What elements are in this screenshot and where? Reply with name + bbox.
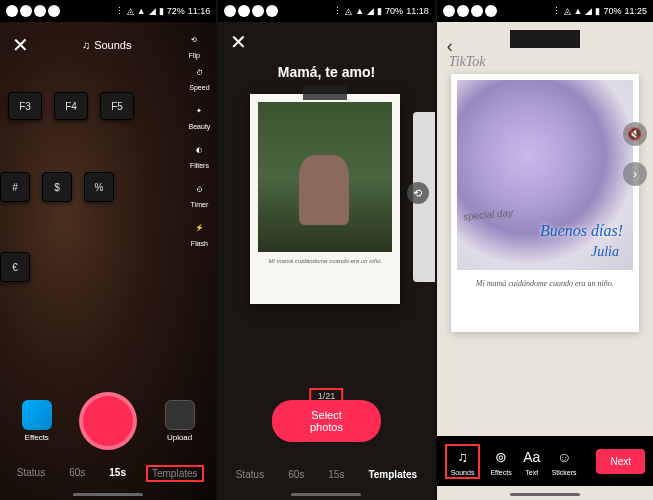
editor-canvas: TikTok ‹ special day Buenos días! Julia … (437, 22, 653, 500)
volume-icon[interactable]: 🔇 (623, 122, 647, 146)
tool-label: Effects (490, 469, 511, 476)
tiktok-watermark: TikTok (449, 54, 486, 70)
clock: 11:18 (406, 6, 429, 16)
select-photos-button[interactable]: Select photos (272, 400, 380, 442)
flip-button[interactable]: ⟲Flip (184, 30, 204, 59)
photo-card[interactable]: special day Buenos días! Julia Mi mamá c… (451, 74, 639, 332)
beauty-button[interactable]: ✦Beauty (189, 101, 211, 130)
photo-overlay-greeting: Buenos días! (540, 222, 623, 240)
home-indicator[interactable] (73, 493, 143, 496)
mode-60s[interactable]: 60s (284, 467, 308, 482)
phone-screen-camera: ⋮ ◬ ▲ ◢ ▮ 72% 11:16 F3 F4 F5 # $ % € ✕ ♫… (0, 0, 216, 500)
status-bar: ⋮ ◬ ▲ ◢ ▮ 70% 11:25 (437, 0, 653, 22)
keyboard-key: F4 (54, 92, 88, 120)
template-photo (258, 102, 392, 252)
sounds-tool[interactable]: ♫Sounds (445, 444, 481, 479)
phone-screen-template: ⋮ ◬ ▲ ◢ ▮ 70% 11:18 ✕ Mamá, te amo! Mi m… (218, 0, 434, 500)
beauty-icon: ✦ (189, 101, 209, 121)
photo-caption: Mi mamá cuidándome cuando era un niño. (457, 278, 633, 289)
add-sound-button[interactable]: ♫Sounds (29, 39, 184, 51)
text-tool[interactable]: AaText (522, 447, 542, 476)
effects-label: Effects (25, 433, 49, 442)
effects-tool[interactable]: ⊚Effects (490, 447, 511, 476)
effects-icon (22, 400, 52, 430)
mode-15s[interactable]: 15s (105, 465, 130, 482)
upload-label: Upload (167, 433, 192, 442)
upload-button[interactable]: Upload (165, 400, 195, 442)
right-toolbar: ⏱Speed ✦Beauty ◐Filters ⏲Timer ⚡Flash (189, 62, 211, 247)
stickers-icon: ☺ (554, 447, 574, 467)
mode-selector: Status 60s 15s Templates (0, 465, 216, 482)
status-left (224, 5, 278, 17)
flash-button[interactable]: ⚡Flash (189, 218, 209, 247)
no-sim-icon: ◬ (564, 6, 571, 16)
signal-icon: ◢ (585, 6, 592, 16)
next-button[interactable]: Next (596, 449, 645, 474)
upload-icon (165, 400, 195, 430)
keyboard-key: $ (42, 172, 72, 202)
template-screen: ✕ Mamá, te amo! Mi mamá cuidándome cuand… (218, 22, 434, 500)
status-right: ⋮ ◬ ▲ ◢ ▮ 70% 11:25 (552, 6, 647, 16)
tool-label: Filters (190, 162, 209, 169)
phone-screen-editor: ⋮ ◬ ▲ ◢ ▮ 70% 11:25 TikTok ‹ special day… (437, 0, 653, 500)
tool-label: Speed (189, 84, 209, 91)
mode-templates[interactable]: Templates (364, 467, 421, 482)
timer-button[interactable]: ⏲Timer (189, 179, 209, 208)
tool-label: Stickers (552, 469, 577, 476)
template-title: Mamá, te amo! (218, 64, 434, 80)
editor-toolbar: ♫Sounds ⊚Effects AaText ☺Stickers Next (437, 436, 653, 486)
tool-label: Beauty (189, 123, 211, 130)
battery-percent: 70% (385, 6, 403, 16)
status-bar: ⋮ ◬ ▲ ◢ ▮ 70% 11:18 (218, 0, 434, 22)
record-button[interactable] (79, 392, 137, 450)
bottom-controls: Effects Upload (0, 392, 216, 450)
home-indicator[interactable] (291, 493, 361, 496)
vibrate-icon: ⋮ (333, 6, 342, 16)
tool-label: Text (525, 469, 538, 476)
back-icon[interactable]: ‹ (447, 36, 453, 57)
mode-status[interactable]: Status (232, 467, 268, 482)
polaroid-card[interactable]: Mi mamá cuidándome cuando era un niño. (250, 94, 400, 304)
music-note-icon: ♫ (82, 39, 90, 51)
template-caption: Mi mamá cuidándome cuando era un niño. (258, 258, 392, 265)
status-right: ⋮ ◬ ▲ ◢ ▮ 70% 11:18 (333, 6, 428, 16)
tape-decoration (510, 30, 580, 48)
tool-label: Flash (191, 240, 208, 247)
filters-icon: ◐ (189, 140, 209, 160)
vibrate-icon: ⋮ (552, 6, 561, 16)
chevron-right-icon[interactable]: › (623, 162, 647, 186)
effects-button[interactable]: Effects (22, 400, 52, 442)
mode-selector: Status 60s 15s Templates (218, 467, 434, 482)
wifi-icon: ▲ (574, 6, 583, 16)
tool-label: Sounds (451, 469, 475, 476)
filters-button[interactable]: ◐Filters (189, 140, 209, 169)
tool-label: Timer (191, 201, 209, 208)
status-left (6, 5, 60, 17)
top-controls: ✕ (218, 30, 434, 54)
speed-button[interactable]: ⏱Speed (189, 62, 209, 91)
battery-icon: ▮ (377, 6, 382, 16)
keyboard-key: F5 (100, 92, 134, 120)
tape-decoration (303, 86, 347, 100)
mode-15s[interactable]: 15s (324, 467, 348, 482)
effects-icon: ⊚ (491, 447, 511, 467)
close-icon[interactable]: ✕ (12, 33, 29, 57)
keyboard-key: # (0, 172, 30, 202)
swap-camera-icon[interactable]: ⟲ (407, 182, 429, 204)
mode-status[interactable]: Status (13, 465, 49, 482)
mode-templates[interactable]: Templates (146, 465, 204, 482)
timer-icon: ⏲ (189, 179, 209, 199)
mode-60s[interactable]: 60s (65, 465, 89, 482)
stickers-tool[interactable]: ☺Stickers (552, 447, 577, 476)
signal-icon: ◢ (367, 6, 374, 16)
flip-icon: ⟲ (184, 30, 204, 50)
wifi-icon: ▲ (355, 6, 364, 16)
battery-percent: 70% (603, 6, 621, 16)
battery-icon: ▮ (595, 6, 600, 16)
home-indicator[interactable] (510, 493, 580, 496)
vibrate-icon: ⋮ (115, 6, 124, 16)
status-left (443, 5, 497, 17)
text-icon: Aa (522, 447, 542, 467)
close-icon[interactable]: ✕ (230, 30, 247, 54)
user-photo: special day Buenos días! Julia (457, 80, 633, 270)
